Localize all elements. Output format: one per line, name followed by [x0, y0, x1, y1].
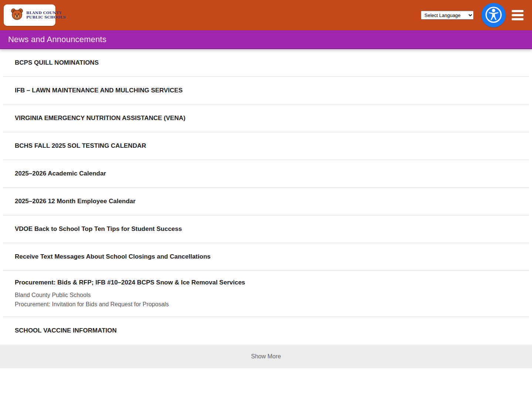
news-item[interactable]: Procurement: Bids & RFP; IFB #10–2024 BC… [3, 271, 529, 317]
news-item[interactable]: 2025–2026 Academic Calendar [3, 160, 529, 188]
section-title-bar: News and Announcements [0, 30, 532, 49]
news-item-subtitle-line: Procurement: Invitation for Bids and Req… [15, 300, 520, 309]
news-item-title: 2025–2026 12 Month Employee Calendar [15, 197, 520, 205]
accessibility-button[interactable] [481, 3, 506, 27]
news-item-subtitle-line: Bland County Public Schools [15, 290, 520, 300]
show-more-button[interactable]: Show More [0, 345, 532, 368]
news-item[interactable]: Receive Text Messages About School Closi… [3, 243, 529, 271]
news-item-title: VDOE Back to School Top Ten Tips for Stu… [15, 225, 520, 233]
bear-mascot-icon [10, 8, 24, 23]
news-item-title: SCHOOL VACCINE INFORMATION [15, 327, 520, 335]
site-header: BLAND COUNTY PUBLIC SCHOOLS Select Langu… [0, 0, 532, 30]
news-item-subtitle: Bland County Public SchoolsProcurement: … [15, 290, 520, 309]
hamburger-menu-icon [512, 10, 524, 12]
district-logo[interactable]: BLAND COUNTY PUBLIC SCHOOLS [4, 4, 55, 26]
news-item[interactable]: BCHS FALL 2025 SOL TESTING CALENDAR [3, 132, 529, 160]
news-item-title: 2025–2026 Academic Calendar [15, 170, 520, 178]
news-list: BCPS QUILL NOMINATIONS IFB – LAWN MAINTE… [3, 49, 529, 345]
news-item[interactable]: VIRGINIA EMERGENCY NUTRITION ASSISTANCE … [3, 105, 529, 132]
hamburger-menu-button[interactable] [512, 10, 524, 20]
news-item[interactable]: IFB – LAWN MAINTENANCE AND MULCHING SERV… [3, 77, 529, 105]
header-actions: Select Language [421, 3, 524, 27]
news-item[interactable]: BCPS QUILL NOMINATIONS [3, 49, 529, 77]
news-item-title: Procurement: Bids & RFP; IFB #10–2024 BC… [15, 279, 520, 287]
language-select[interactable]: Select Language [421, 11, 474, 20]
news-item-title: Receive Text Messages About School Closi… [15, 253, 520, 261]
news-item[interactable]: SCHOOL VACCINE INFORMATION [3, 317, 529, 345]
district-name: BLAND COUNTY PUBLIC SCHOOLS [26, 11, 66, 20]
accessibility-icon [483, 4, 504, 26]
news-item-title: BCPS QUILL NOMINATIONS [15, 59, 520, 67]
news-item-title: BCHS FALL 2025 SOL TESTING CALENDAR [15, 142, 520, 150]
news-item[interactable]: VDOE Back to School Top Ten Tips for Stu… [3, 215, 529, 243]
page-title: News and Announcements [0, 35, 106, 44]
news-item-title: VIRGINIA EMERGENCY NUTRITION ASSISTANCE … [15, 114, 520, 122]
news-item-title: IFB – LAWN MAINTENANCE AND MULCHING SERV… [15, 86, 520, 95]
news-item[interactable]: 2025–2026 12 Month Employee Calendar [3, 188, 529, 215]
